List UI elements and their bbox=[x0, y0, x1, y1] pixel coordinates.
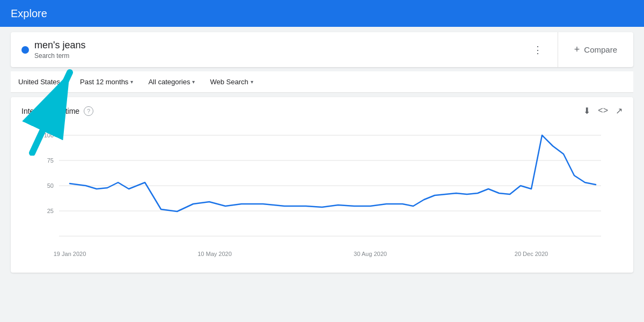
chart-header: Interest over time ? ⬇ <> ↗ bbox=[21, 106, 623, 116]
svg-text:10 May 2020: 10 May 2020 bbox=[197, 251, 232, 257]
chart-title-row: Interest over time ? bbox=[21, 106, 93, 116]
chart-actions: ⬇ <> ↗ bbox=[583, 106, 623, 116]
time-filter[interactable]: Past 12 months ▾ bbox=[75, 75, 138, 89]
search-term-text: men's jeans Search term bbox=[34, 40, 523, 60]
help-icon[interactable]: ? bbox=[84, 106, 93, 116]
more-options-button[interactable]: ⋮ bbox=[529, 42, 547, 58]
location-dropdown-arrow: ▾ bbox=[62, 79, 65, 85]
chart-title: Interest over time bbox=[21, 107, 79, 115]
main-content: men's jeans Search term ⋮ + Compare Unit… bbox=[0, 27, 644, 278]
location-filter[interactable]: United States ▾ bbox=[13, 75, 70, 89]
search-type-dropdown-arrow: ▾ bbox=[251, 79, 253, 85]
svg-text:50: 50 bbox=[47, 182, 54, 189]
share-icon[interactable]: ↗ bbox=[616, 106, 623, 116]
compare-section[interactable]: + Compare bbox=[558, 32, 633, 67]
search-type-filter[interactable]: Web Search ▾ bbox=[204, 75, 258, 89]
question-mark: ? bbox=[87, 108, 90, 114]
svg-text:75: 75 bbox=[47, 157, 54, 164]
svg-text:30 Aug 2020: 30 Aug 2020 bbox=[354, 251, 387, 257]
time-dropdown-arrow: ▾ bbox=[130, 79, 133, 85]
time-filter-label: Past 12 months bbox=[80, 78, 128, 86]
compare-plus-icon: + bbox=[574, 44, 580, 55]
svg-text:20 Dec 2020: 20 Dec 2020 bbox=[515, 251, 548, 257]
app-header: Explore bbox=[0, 0, 644, 27]
category-filter-label: All categories bbox=[148, 78, 190, 86]
search-term-label: Search term bbox=[34, 52, 523, 60]
compare-label: Compare bbox=[584, 45, 617, 54]
embed-code-icon[interactable]: <> bbox=[598, 106, 608, 116]
category-filter[interactable]: All categories ▾ bbox=[143, 75, 200, 89]
location-filter-label: United States bbox=[18, 78, 60, 86]
chart-container: 100 75 50 25 19 Jan 2020 10 May 2020 30 … bbox=[21, 125, 623, 264]
svg-text:25: 25 bbox=[47, 208, 54, 214]
app-title: Explore bbox=[11, 8, 47, 20]
svg-text:100: 100 bbox=[44, 132, 54, 138]
chart-card: Interest over time ? ⬇ <> ↗ 100 bbox=[11, 97, 633, 273]
search-type-filter-label: Web Search bbox=[210, 78, 248, 86]
term-color-dot bbox=[21, 46, 29, 54]
filters-row: United States ▾ Past 12 months ▾ All cat… bbox=[11, 71, 633, 93]
search-term-name: men's jeans bbox=[34, 40, 523, 51]
interest-chart: 100 75 50 25 19 Jan 2020 10 May 2020 30 … bbox=[21, 125, 623, 264]
search-term-section: men's jeans Search term ⋮ bbox=[11, 32, 558, 67]
search-card: men's jeans Search term ⋮ + Compare bbox=[11, 32, 633, 67]
download-icon[interactable]: ⬇ bbox=[583, 106, 590, 116]
svg-text:19 Jan 2020: 19 Jan 2020 bbox=[54, 251, 86, 257]
category-dropdown-arrow: ▾ bbox=[192, 79, 195, 85]
